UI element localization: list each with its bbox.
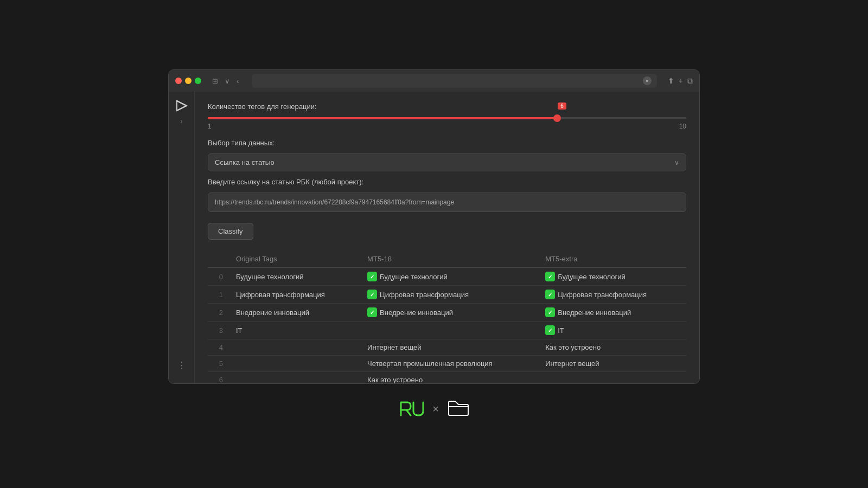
chevron-down-icon[interactable]: ∨	[222, 76, 232, 86]
table-row: 2Внедрение инноваций Внедрение инноваций…	[208, 304, 686, 322]
mt5-18-cell: Внедрение инноваций	[361, 304, 539, 322]
dropdown-section: Выбор типа данных: Ссылка на статью ∨	[208, 139, 686, 171]
url-input[interactable]: https://trends.rbc.ru/trends/innovation/…	[208, 192, 686, 212]
row-index: 5	[208, 356, 229, 372]
check-icon: Будущее технологий	[545, 272, 626, 281]
mt5-18-cell: Цифровая трансформация	[361, 286, 539, 304]
col-index	[208, 251, 229, 268]
row-index: 6	[208, 372, 229, 384]
sidebar-toggle-icon[interactable]: ⊞	[210, 76, 220, 86]
sidebar-menu-icon[interactable]: ⋮	[177, 361, 186, 370]
back-icon[interactable]: ‹	[234, 76, 241, 86]
svg-line-2	[177, 106, 187, 111]
maximize-button[interactable]	[195, 78, 201, 84]
browser-body: › ⋮ Количество тегов для генерации: 6 1	[169, 92, 699, 383]
sidebar: › ⋮	[169, 92, 195, 383]
col-mt5-extra: MT5-extra	[539, 251, 686, 268]
toolbar-right: ⬆ + ⧉	[668, 76, 693, 86]
folder-icon	[448, 399, 469, 419]
table-row: 3IT IT	[208, 322, 686, 339]
slider-container: 6	[208, 117, 686, 119]
nav-icons: ⊞ ∨ ‹	[210, 76, 241, 86]
check-icon: IT	[545, 325, 564, 335]
mt5-extra-cell: Цифровая трансформация	[539, 286, 686, 304]
traffic-lights	[175, 78, 201, 84]
sidebar-chevron-icon[interactable]: ›	[181, 118, 183, 125]
copy-icon[interactable]: ⧉	[687, 76, 693, 86]
original-tag-cell: IT	[229, 322, 361, 339]
url-label: Введите ссылку на статью РБК (любой прое…	[208, 178, 686, 186]
slider-track[interactable]: 6	[208, 117, 686, 119]
slider-value-bubble: 6	[558, 102, 566, 110]
col-mt5-18: MT5-18	[361, 251, 539, 268]
row-index: 1	[208, 286, 229, 304]
new-tab-icon[interactable]: +	[679, 76, 683, 85]
mt5-18-cell: Четвертая промышленная революция	[361, 356, 539, 372]
row-index: 4	[208, 339, 229, 356]
slider-thumb[interactable]: 6	[553, 114, 561, 122]
mt5-18-cell: Интернет вещей	[361, 339, 539, 356]
slider-range: 1 10	[208, 123, 686, 130]
slider-fill: 6	[208, 117, 557, 119]
mt5-extra-cell: Внедрение инноваций	[539, 304, 686, 322]
check-icon: Будущее технологий	[367, 272, 448, 281]
table-row: 1Цифровая трансформация Цифровая трансфо…	[208, 286, 686, 304]
ru-logo	[399, 400, 424, 418]
table-row: 0Будущее технологий Будущее технологий Б…	[208, 268, 686, 286]
row-index: 3	[208, 322, 229, 339]
svg-line-1	[177, 101, 187, 106]
check-icon: Внедрение инноваций	[545, 307, 631, 317]
reload-button[interactable]: ●	[643, 76, 652, 85]
svg-marker-0	[177, 101, 187, 111]
original-tag-cell: Внедрение инноваций	[229, 304, 361, 322]
row-index: 0	[208, 268, 229, 286]
address-bar[interactable]: ●	[252, 74, 656, 88]
original-tag-cell: Будущее технологий	[229, 268, 361, 286]
url-section: Введите ссылку на статью РБК (любой прое…	[208, 178, 686, 212]
row-index: 2	[208, 304, 229, 322]
classify-button[interactable]: Classify	[208, 223, 253, 240]
check-icon: Цифровая трансформация	[545, 290, 647, 299]
title-bar: ⊞ ∨ ‹ ● ⬆ + ⧉	[169, 70, 699, 92]
main-content: Количество тегов для генерации: 6 1 10 В…	[195, 92, 699, 383]
table-header-row: Original Tags MT5-18 MT5-extra	[208, 251, 686, 268]
result-table: Original Tags MT5-18 MT5-extra 0Будущее …	[208, 251, 686, 383]
dropdown-value: Ссылка на статью	[215, 158, 274, 166]
mt5-18-cell: Будущее технологий	[361, 268, 539, 286]
slider-min: 1	[208, 123, 212, 130]
mt5-extra-cell: IT	[539, 322, 686, 339]
table-row: 6Как это устроено	[208, 372, 686, 384]
chevron-down-icon: ∨	[674, 159, 679, 166]
mt5-extra-cell: Интернет вещей	[539, 356, 686, 372]
mt5-extra-cell	[539, 372, 686, 384]
close-button[interactable]	[175, 78, 182, 84]
minimize-button[interactable]	[185, 78, 192, 84]
col-original-tags: Original Tags	[229, 251, 361, 268]
mt5-extra-cell: Будущее технологий	[539, 268, 686, 286]
dropdown-label: Выбор типа данных:	[208, 139, 686, 147]
share-icon[interactable]: ⬆	[668, 76, 674, 85]
table-row: 4Интернет вещейКак это устроено	[208, 339, 686, 356]
mt5-18-cell: Как это устроено	[361, 372, 539, 384]
brand-x-separator: ×	[432, 403, 439, 415]
original-tag-cell: Цифровая трансформация	[229, 286, 361, 304]
bottom-branding: ×	[399, 399, 469, 419]
original-tag-cell	[229, 339, 361, 356]
original-tag-cell	[229, 356, 361, 372]
check-icon: Цифровая трансформация	[367, 290, 469, 299]
browser-window: ⊞ ∨ ‹ ● ⬆ + ⧉	[168, 69, 700, 384]
table-row: 5Четвертая промышленная революцияИнтерне…	[208, 356, 686, 372]
data-type-dropdown[interactable]: Ссылка на статью ∨	[208, 153, 686, 171]
mt5-18-cell	[361, 322, 539, 339]
sidebar-logo	[174, 98, 189, 113]
check-icon: Внедрение инноваций	[367, 307, 453, 317]
slider-max: 10	[679, 123, 686, 130]
original-tag-cell	[229, 372, 361, 384]
slider-label: Количество тегов для генерации:	[208, 102, 686, 111]
mt5-extra-cell: Как это устроено	[539, 339, 686, 356]
